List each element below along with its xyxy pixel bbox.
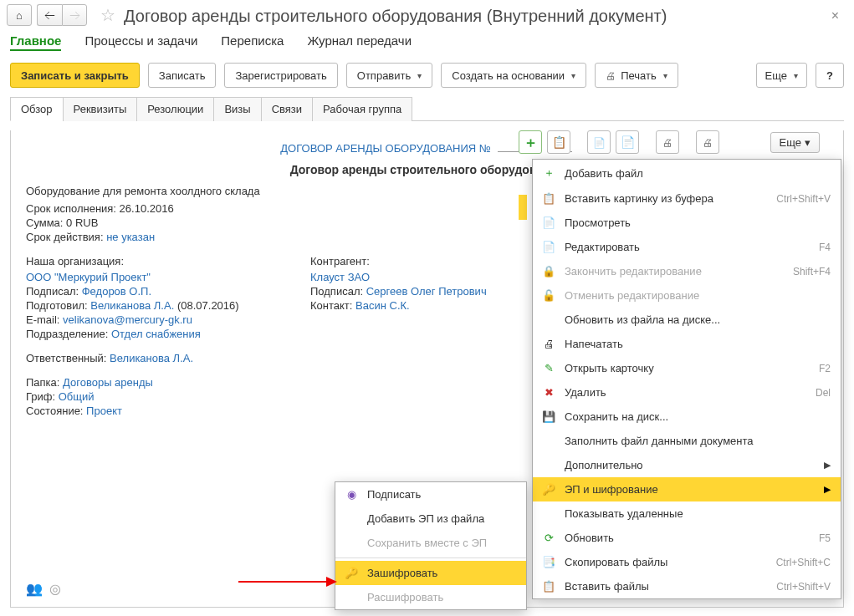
subtab-workgroup[interactable]: Рабочая группа <box>312 97 412 121</box>
state-link[interactable]: Проект <box>86 405 122 417</box>
key-icon: 🔑 <box>541 483 556 496</box>
menu-show-deleted[interactable]: Показывать удаленные <box>533 501 841 526</box>
subtab-overview[interactable]: Обзор <box>10 97 64 121</box>
tab-correspondence[interactable]: Переписка <box>221 33 284 51</box>
menu-edit[interactable]: 📄РедактироватьF4 <box>533 235 841 259</box>
org-section-title: Наша организация: <box>26 255 277 267</box>
footer-status-icons: 👥 ◎ <box>26 581 61 597</box>
validity-link[interactable]: не указан <box>106 231 155 243</box>
submenu-save-with-ep: Сохранить вместе с ЭП <box>335 531 526 555</box>
subtab-links[interactable]: Связи <box>261 97 313 121</box>
submenu-decrypt: Расшифровать <box>335 585 526 609</box>
sub-tabs: Обзор Реквизиты Резолюции Визы Связи Раб… <box>10 96 844 121</box>
org-link[interactable]: ООО "Меркурий Проект" <box>26 271 151 283</box>
responsible-link[interactable]: Великанова Л.А. <box>110 352 193 364</box>
lock-icon: 🔒 <box>541 265 556 277</box>
print-icon-button[interactable] <box>656 130 679 154</box>
menu-cancel-edit: 🔓Отменить редактирование <box>533 283 841 308</box>
close-button[interactable]: × <box>831 8 839 23</box>
subtab-visas[interactable]: Визы <box>213 97 261 121</box>
attachments-more-menu: ＋Добавить файл 📋Вставить картинку из буф… <box>532 159 841 599</box>
menu-print-item[interactable]: 🖨Напечатать <box>533 332 841 356</box>
contractor-title: Контрагент: <box>310 255 561 267</box>
save-button[interactable]: Записать <box>148 63 217 88</box>
send-button[interactable]: Отправить▾ <box>346 63 432 88</box>
menu-open-card[interactable]: ✎Открыть карточкуF2 <box>533 356 841 380</box>
edit-icon-button[interactable]: 📄 <box>616 130 639 154</box>
svg-marker-1 <box>326 577 337 587</box>
menu-paste-files[interactable]: 📋Вставить файлыCtrl+Shift+V <box>533 574 841 598</box>
menu-finish-edit: 🔒Закончить редактированиеShift+F4 <box>533 259 841 283</box>
submenu-add-ep[interactable]: Добавить ЭП из файла <box>335 507 526 531</box>
stamp-icon[interactable]: ◎ <box>49 581 61 597</box>
menu-add-file[interactable]: ＋Добавить файл <box>533 160 841 186</box>
chevron-right-icon: ▶ <box>824 460 831 471</box>
unlock-icon: 🔓 <box>541 289 556 302</box>
submenu-encrypt[interactable]: 🔑Зашифровать <box>335 561 526 585</box>
clipboard-icon: 📋 <box>541 192 556 205</box>
submenu-sign[interactable]: ◉Подписать <box>335 482 526 507</box>
menu-fill-data[interactable]: Заполнить файл данными документа <box>533 429 841 453</box>
add-file-icon-button[interactable]: ＋ <box>519 130 542 154</box>
tab-main[interactable]: Главное <box>10 33 61 51</box>
menu-save-disk[interactable]: 💾Сохранить на диск... <box>533 405 841 429</box>
menu-view[interactable]: 📄Просмотреть <box>533 211 841 235</box>
cp-contact-link[interactable]: Васин С.К. <box>355 299 410 312</box>
toolbar: Записать и закрыть Записать Зарегистриро… <box>0 59 854 96</box>
email-link[interactable]: velikanova@mercury-gk.ru <box>63 313 192 326</box>
folder-link[interactable]: Договоры аренды <box>63 376 153 389</box>
edit-page-icon: 📄 <box>541 241 556 253</box>
refresh-icon: ⟳ <box>541 532 556 544</box>
prepared-by-link[interactable]: Великанова Л.А. <box>90 299 174 312</box>
menu-update-from-disk[interactable]: Обновить из файла на диске... <box>533 308 841 332</box>
plus-icon: ＋ <box>541 165 556 181</box>
stamp-icon: ◉ <box>344 488 359 501</box>
attachments-more-button[interactable]: Еще▾ <box>770 132 820 153</box>
delete-icon: ✖ <box>541 386 556 399</box>
subtab-resolutions[interactable]: Резолюции <box>136 97 214 121</box>
save-and-close-button[interactable]: Записать и закрыть <box>10 63 140 88</box>
key-icon: 🔑 <box>344 567 359 579</box>
printer-icon: 🖨 <box>541 338 556 350</box>
ep-crypto-submenu: ◉Подписать Добавить ЭП из файла Сохранит… <box>335 481 527 610</box>
save-icon: 💾 <box>541 410 556 423</box>
scan-icon-button[interactable]: 📋 <box>547 130 570 154</box>
dept-link[interactable]: Отдел снабжения <box>111 328 201 340</box>
main-tabs: Главное Процессы и задачи Переписка Журн… <box>0 30 854 59</box>
menu-delete[interactable]: ✖УдалитьDel <box>533 380 841 405</box>
attachments-toolbar: ＋ 📋 📄 Еще▾ <box>519 130 820 154</box>
view-icon-button[interactable] <box>587 130 611 154</box>
favorite-star-icon[interactable]: ☆ <box>100 5 115 25</box>
help-button[interactable]: ? <box>816 63 844 88</box>
page-icon: 📄 <box>541 216 556 229</box>
menu-refresh[interactable]: ⟳ОбновитьF5 <box>533 526 841 550</box>
back-button[interactable]: 🡠 <box>37 4 62 26</box>
subtab-requisites[interactable]: Реквизиты <box>63 97 138 121</box>
users-icon[interactable]: 👥 <box>26 581 43 597</box>
signed-by-link[interactable]: Федоров О.П. <box>82 285 151 298</box>
tab-transfer-log[interactable]: Журнал передачи <box>307 33 412 51</box>
page-title: Договор аренды строительного оборудовани… <box>124 7 667 26</box>
copy-icon: 📑 <box>541 556 556 568</box>
create-based-on-button[interactable]: Создать на основании▾ <box>441 63 586 88</box>
stamp-link[interactable]: Общий <box>59 390 95 403</box>
home-button[interactable]: ⌂ <box>7 4 32 26</box>
menu-additional[interactable]: Дополнительно▶ <box>533 453 841 477</box>
forward-button[interactable]: 🡢 <box>62 4 87 26</box>
pencil-icon: ✎ <box>541 362 556 374</box>
selected-attachment-marker <box>519 195 527 220</box>
tab-processes[interactable]: Процессы и задачи <box>84 33 197 51</box>
menu-paste-image[interactable]: 📋Вставить картинку из буфераCtrl+Shift+V <box>533 186 841 211</box>
register-button[interactable]: Зарегистрировать <box>224 63 337 88</box>
annotation-arrow <box>238 573 339 590</box>
contractor-link[interactable]: Клауст ЗАО <box>310 271 370 283</box>
menu-ep-crypto[interactable]: 🔑ЭП и шифрование▶ <box>533 477 841 501</box>
chevron-right-icon: ▶ <box>824 484 831 495</box>
printer-icon <box>606 69 616 82</box>
menu-copy-files[interactable]: 📑Скопировать файлыCtrl+Shift+C <box>533 550 841 574</box>
print-button[interactable]: Печать▾ <box>595 63 678 88</box>
cp-signed-link[interactable]: Сергеев Олег Петрович <box>366 285 487 298</box>
paste-icon: 📋 <box>541 580 556 593</box>
more-button[interactable]: Еще▾ <box>756 63 807 88</box>
print2-icon-button[interactable] <box>696 130 719 154</box>
